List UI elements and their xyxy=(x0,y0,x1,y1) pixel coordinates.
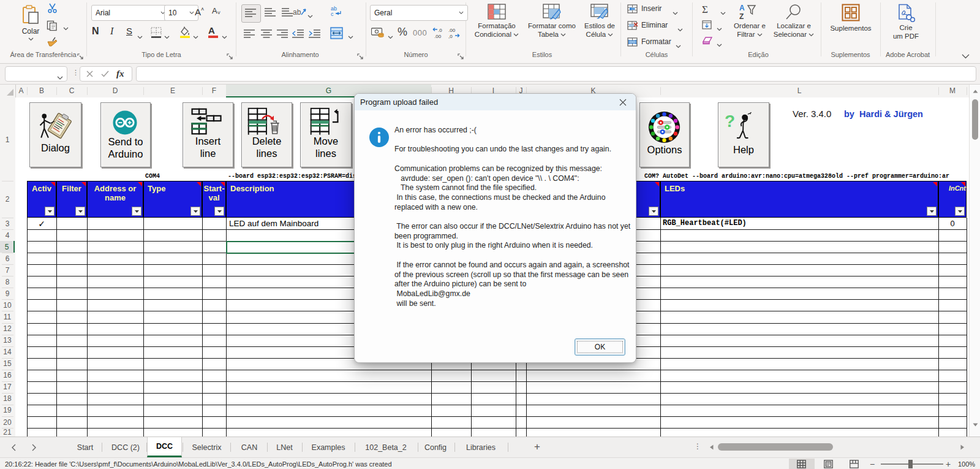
decrease-indent-icon[interactable] xyxy=(292,29,304,40)
table-header-Type[interactable]: Type xyxy=(143,181,202,218)
row-header-7[interactable]: 7 xyxy=(0,264,15,276)
fill-chevron-icon[interactable] xyxy=(717,23,722,34)
insert-function-icon[interactable]: fx xyxy=(116,69,124,79)
dialog-close-button[interactable] xyxy=(614,96,632,109)
italic-button[interactable]: I xyxy=(110,26,113,37)
align-bottom-button[interactable] xyxy=(282,8,293,19)
name-box[interactable] xyxy=(5,66,67,82)
sheet-tab-lnet[interactable]: LNet xyxy=(268,437,301,457)
create-pdf-button[interactable]: Crie um PDF xyxy=(884,4,928,40)
row-header-3[interactable]: 3 xyxy=(0,218,15,229)
prev-sheet-icon[interactable] xyxy=(11,444,16,451)
row-header-4[interactable]: 4 xyxy=(0,229,15,241)
table-header-Start-[interactable]: Start-val xyxy=(202,181,226,218)
filter-dropdown-button[interactable] xyxy=(955,207,965,216)
copy-chevron-icon[interactable] xyxy=(63,22,69,33)
column-header-M[interactable]: M xyxy=(938,85,967,97)
increase-font-icon[interactable]: A˄ xyxy=(195,6,204,17)
delete-lines-button[interactable]: Delete lines xyxy=(241,102,292,167)
options-button[interactable]: Options xyxy=(639,102,690,167)
row-header-11[interactable]: 11 xyxy=(0,311,15,322)
underline-chevron-icon[interactable] xyxy=(137,31,143,42)
insert-line-button[interactable]: Insert line xyxy=(183,102,233,167)
tabbar-menu-dots-icon[interactable]: ⋮ xyxy=(694,442,701,451)
number-format-combo[interactable]: Geral xyxy=(370,5,468,21)
sheet-tab-start[interactable]: Start xyxy=(69,437,101,457)
cancel-entry-icon[interactable] xyxy=(86,69,93,80)
paste-button[interactable]: Colar xyxy=(17,4,44,41)
column-header-L[interactable]: L xyxy=(660,85,938,97)
delete-cells-button[interactable] xyxy=(627,21,638,32)
filter-dropdown-button[interactable] xyxy=(45,207,55,216)
filter-dropdown-button[interactable] xyxy=(927,207,937,216)
row-header-13[interactable]: 13 xyxy=(0,335,15,346)
format-chevron-icon[interactable] xyxy=(676,40,681,51)
font-dialog-launcher-icon[interactable] xyxy=(227,51,234,59)
zoom-out-button[interactable]: − xyxy=(870,459,875,469)
merge-center-icon[interactable] xyxy=(330,27,343,42)
filter-dropdown-button[interactable] xyxy=(190,207,200,216)
copy-icon[interactable] xyxy=(47,20,58,31)
format-painter-icon[interactable] xyxy=(47,36,58,47)
next-sheet-icon[interactable] xyxy=(32,444,37,451)
zoom-slider-thumb[interactable] xyxy=(908,460,913,468)
row-header-19[interactable]: 19 xyxy=(0,405,15,416)
accounting-chevron-icon[interactable] xyxy=(388,31,393,42)
collapse-ribbon-icon[interactable] xyxy=(962,50,970,61)
row-header-10[interactable]: 10 xyxy=(0,299,15,311)
normal-view-button[interactable] xyxy=(789,459,815,469)
vertical-scrollbar[interactable] xyxy=(969,85,980,437)
hscroll-left-icon[interactable] xyxy=(709,444,714,450)
wrap-text-icon[interactable]: ab c xyxy=(331,5,343,20)
font-size-combo[interactable]: 10 xyxy=(164,5,198,21)
row-header-17[interactable]: 17 xyxy=(0,381,15,393)
column-header-B[interactable]: B xyxy=(27,85,56,97)
borders-icon[interactable] xyxy=(151,27,162,40)
table-header-InCnt[interactable]: InCnt xyxy=(938,181,967,218)
delete-chevron-icon[interactable] xyxy=(677,23,683,34)
row-header-16[interactable]: 16 xyxy=(0,370,15,381)
align-middle-button[interactable] xyxy=(265,8,276,19)
clear-icon[interactable] xyxy=(702,36,713,48)
sheet-tab-examples[interactable]: Examples xyxy=(303,437,354,457)
increase-decimal-icon[interactable]: .0 .00 xyxy=(432,27,445,42)
page-layout-view-icon[interactable] xyxy=(824,460,833,468)
insert-chevron-icon[interactable] xyxy=(673,7,678,18)
format-cells-label[interactable]: Formatar xyxy=(641,37,671,46)
fill-icon[interactable] xyxy=(702,20,712,32)
insert-cells-button[interactable] xyxy=(627,4,638,16)
row-header-12[interactable]: 12 xyxy=(0,323,15,335)
dialog-macro-button[interactable]: Dialog xyxy=(29,102,81,167)
decrease-font-icon[interactable]: A˅ xyxy=(212,6,221,16)
percent-style-icon[interactable]: % xyxy=(398,26,407,39)
table-header-LEDs[interactable]: LEDs xyxy=(660,181,938,218)
sort-filter-button[interactable]: A Z Ordenar e Filtrar xyxy=(729,4,771,39)
row-header-5[interactable]: 5 xyxy=(0,241,15,253)
table-header-Filter[interactable]: Filter xyxy=(56,181,87,218)
align-right-button[interactable] xyxy=(277,29,288,40)
sheet-tab-102-beta-2[interactable]: 102_Beta_2 xyxy=(355,437,417,457)
align-top-button[interactable] xyxy=(241,4,261,23)
sheet-tab-can[interactable]: CAN xyxy=(232,437,266,457)
alignment-dialog-launcher-icon[interactable] xyxy=(357,51,364,59)
row-header-18[interactable]: 18 xyxy=(0,393,15,405)
dialog-titlebar[interactable]: Program upload failed xyxy=(355,94,636,110)
filter-dropdown-button[interactable] xyxy=(649,207,658,216)
row-header-2[interactable]: 2 xyxy=(0,181,15,218)
zoom-in-button[interactable]: + xyxy=(946,459,951,469)
ok-button[interactable]: OK xyxy=(575,338,625,356)
row-header-1[interactable]: 1 xyxy=(0,98,15,181)
row-header-20[interactable]: 20 xyxy=(0,416,15,428)
row-header-14[interactable]: 14 xyxy=(0,346,15,358)
table-header-Activ[interactable]: Activ xyxy=(27,181,56,218)
sheet-tab-libraries[interactable]: Libraries xyxy=(454,437,507,457)
underline-button[interactable]: S xyxy=(126,26,132,36)
select-all-corner[interactable] xyxy=(0,85,16,98)
row-header-8[interactable]: 8 xyxy=(0,276,15,288)
sheet-tab-config[interactable]: Config xyxy=(417,437,454,457)
fill-color-icon[interactable] xyxy=(179,26,191,40)
new-sheet-button[interactable]: + xyxy=(534,441,540,453)
sheet-tab-dcc-2-[interactable]: DCC (2) xyxy=(105,437,146,457)
cell-styles-button[interactable]: Estilos de Célula xyxy=(579,4,620,39)
send-to-arduino-button[interactable]: Send to Arduino xyxy=(100,102,151,167)
